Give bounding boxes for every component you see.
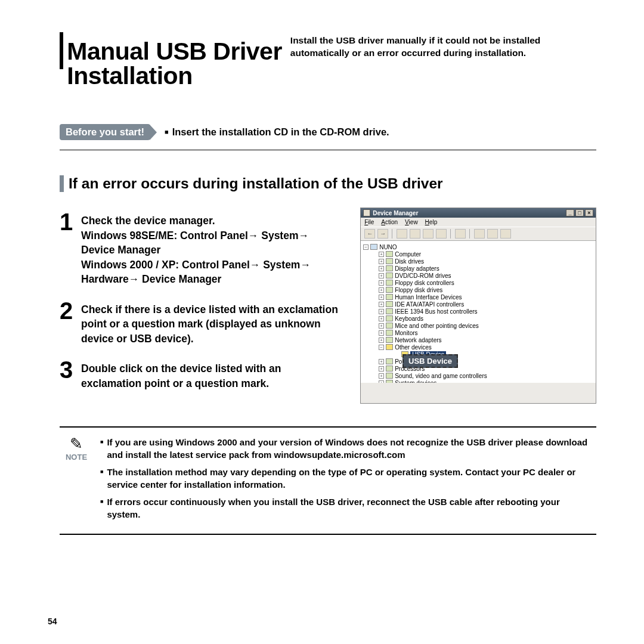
note-bullet: ■The installation method may vary depend… [100, 466, 593, 491]
step-1: 1 Check the device manager. Windows 98SE… [60, 211, 349, 287]
menu-view[interactable]: View [405, 219, 418, 225]
header: Manual USB Driver Installation Install t… [60, 29, 596, 88]
toolbar-button[interactable] [436, 229, 447, 239]
window-title: Device Manager [373, 210, 418, 216]
note-bullet: ■If errors occur continuously when you i… [100, 496, 593, 521]
divider [60, 150, 596, 150]
note-label: NOTE [63, 453, 89, 462]
step-number: 2 [60, 300, 76, 346]
tree-item[interactable]: +IDE ATA/ATAPI controllers [379, 301, 593, 308]
forward-button[interactable]: → [377, 229, 388, 239]
tree-item[interactable]: +Sound, video and game controllers [379, 372, 593, 379]
step-number: 3 [60, 359, 76, 391]
toolbar: ← → [361, 227, 596, 241]
note-block: ✎ NOTE ■If you are using Windows 2000 an… [60, 426, 596, 535]
step-body: Check the device manager. Windows 98SE/M… [81, 211, 338, 287]
device-manager-window: Device Manager _ □ × File Action View He… [360, 208, 596, 404]
window-buttons: _ □ × [566, 209, 593, 216]
section-title: If an error occurs during installation o… [69, 175, 443, 192]
tree-item[interactable]: +Computer [379, 250, 593, 258]
toolbar-button[interactable] [474, 229, 485, 239]
menu-help[interactable]: Help [425, 219, 438, 225]
step-2: 2 Check if there is a device listed with… [60, 300, 349, 346]
before-you-start-row: Before you start! ■Insert the installati… [60, 124, 596, 140]
page-title: Manual USB Driver Installation [67, 29, 284, 88]
toolbar-button[interactable] [455, 229, 466, 239]
bullet-square-icon: ■ [165, 128, 169, 135]
usb-device-callout: USB Device [402, 354, 458, 368]
page-subtitle: Install the USB driver manually if it co… [290, 29, 596, 60]
tree-item[interactable]: +DVD/CD-ROM drives [379, 272, 593, 279]
section-accent-bar [60, 175, 64, 192]
toolbar-button[interactable] [500, 229, 511, 239]
menu-file[interactable]: File [364, 219, 374, 225]
note-left: ✎ NOTE [63, 436, 89, 525]
device-tree: −NUNO +Computer+Disk drives+Display adap… [361, 241, 596, 383]
tree-item[interactable]: +Network adapters [379, 336, 593, 343]
tree-item[interactable]: +Monitors [379, 329, 593, 336]
tree-item[interactable]: +IEEE 1394 Bus host controllers [379, 308, 593, 315]
toolbar-button[interactable] [487, 229, 498, 239]
page-number: 54 [48, 617, 57, 626]
back-button[interactable]: ← [364, 229, 375, 239]
title-accent-bar [60, 32, 63, 69]
tree-item[interactable]: +Keyboards [379, 315, 593, 322]
tree-item[interactable]: +Mice and other pointing devices [379, 322, 593, 329]
step-number: 1 [60, 211, 76, 287]
tree-root[interactable]: −NUNO [363, 243, 593, 250]
menu-action[interactable]: Action [381, 219, 398, 225]
content-columns: 1 Check the device manager. Windows 98SE… [60, 211, 596, 404]
section-heading: If an error occurs during installation o… [60, 175, 596, 192]
steps-list: 1 Check the device manager. Windows 98SE… [60, 211, 349, 404]
note-body: ■If you are using Windows 2000 and your … [100, 436, 593, 525]
toolbar-button[interactable] [397, 229, 407, 239]
step-body: Check if there is a device listed with a… [81, 300, 349, 346]
tree-item[interactable]: +Floppy disk controllers [379, 279, 593, 286]
window-icon [363, 209, 370, 216]
minimize-button[interactable]: _ [566, 209, 574, 216]
tree-item[interactable]: +Floppy disk drives [379, 286, 593, 293]
tree-item[interactable]: +System devices [379, 379, 593, 383]
toolbar-button[interactable] [423, 229, 434, 239]
step-3: 3 Double click on the device listed with… [60, 359, 349, 391]
tree-item[interactable]: −Other devices [379, 343, 593, 351]
tree-item[interactable]: +Display adapters [379, 265, 593, 272]
step-body: Double click on the device listed with a… [81, 359, 338, 391]
menu-bar: File Action View Help [361, 218, 596, 227]
before-text: ■Insert the installation CD in the CD-RO… [165, 126, 389, 138]
note-icon: ✎ [63, 436, 89, 451]
tree-item[interactable]: +Human Interface Devices [379, 293, 593, 301]
before-text-content: Insert the installation CD in the CD-ROM… [172, 126, 389, 137]
close-button[interactable]: × [585, 209, 593, 216]
toolbar-button[interactable] [410, 229, 420, 239]
maximize-button[interactable]: □ [575, 209, 584, 216]
window-titlebar: Device Manager _ □ × [361, 208, 596, 218]
before-badge: Before you start! [60, 124, 150, 140]
note-bullet: ■If you are using Windows 2000 and your … [100, 436, 593, 461]
tree-item[interactable]: +Disk drives [379, 258, 593, 265]
